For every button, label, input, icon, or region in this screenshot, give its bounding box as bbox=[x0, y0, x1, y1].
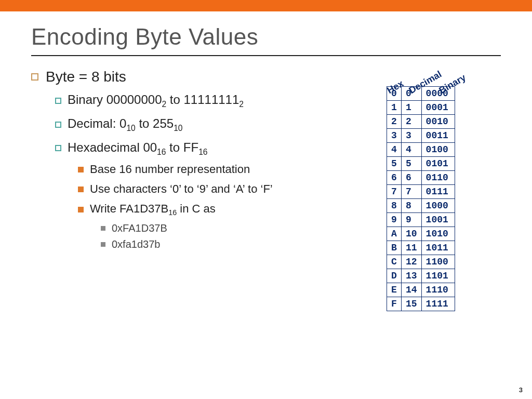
table-cell: 1 bbox=[402, 101, 422, 115]
bullet-text: Write FA1D37B16 in C as bbox=[90, 202, 216, 217]
bullet-icon bbox=[101, 242, 105, 247]
table-column: Hex Decimal Binary 000000110001220010330… bbox=[371, 69, 501, 311]
slide-title: Encoding Byte Values bbox=[31, 24, 501, 50]
bullet-column: Byte = 8 bits Binary 000000002 to 111111… bbox=[31, 69, 371, 311]
bullet-icon bbox=[101, 226, 105, 231]
bullet-text: Binary 000000002 to 111111112 bbox=[68, 92, 244, 109]
table-cell: 12 bbox=[402, 255, 422, 269]
table-cell: 7 bbox=[387, 185, 402, 199]
table-cell: 9 bbox=[387, 213, 402, 227]
table-cell: 0110 bbox=[421, 171, 455, 185]
bullet-binary: Binary 000000002 to 111111112 bbox=[55, 92, 371, 109]
table-cell: 11 bbox=[402, 241, 422, 255]
slide: Encoding Byte Values Byte = 8 bits bbox=[0, 11, 532, 399]
table-row: 220010 bbox=[387, 115, 455, 129]
table-cell: 0100 bbox=[421, 143, 455, 157]
table-cell: C bbox=[387, 255, 402, 269]
table-cell: F bbox=[387, 297, 402, 311]
hex-table: 0000001100012200103300114401005501016601… bbox=[387, 86, 455, 311]
table-row: 440100 bbox=[387, 143, 455, 157]
table-row: 770111 bbox=[387, 185, 455, 199]
table-cell: 1001 bbox=[421, 213, 455, 227]
table-row: E141110 bbox=[387, 283, 455, 297]
table-cell: 1110 bbox=[421, 283, 455, 297]
table-row: B111011 bbox=[387, 241, 455, 255]
table-cell: 0101 bbox=[421, 157, 455, 171]
table-cell: B bbox=[387, 241, 402, 255]
table-cell: 3 bbox=[402, 129, 422, 143]
bullet-text: 0xfa1d37b bbox=[112, 238, 160, 250]
hex-table-wrap: Hex Decimal Binary 000000110001220010330… bbox=[387, 86, 501, 311]
table-cell: 8 bbox=[387, 199, 402, 213]
bullet-ex2: 0xfa1d37b bbox=[101, 238, 371, 250]
table-row: C121100 bbox=[387, 255, 455, 269]
bullet-byte: Byte = 8 bits bbox=[31, 69, 371, 85]
page-number: 3 bbox=[519, 386, 523, 394]
bullet-ex1: 0xFA1D37B bbox=[101, 222, 371, 234]
table-cell: 0010 bbox=[421, 115, 455, 129]
table-cell: 0111 bbox=[421, 185, 455, 199]
bullet-icon bbox=[31, 73, 38, 81]
bullet-hex: Hexadecimal 0016 to FF16 bbox=[55, 140, 371, 157]
bullet-write: Write FA1D37B16 in C as bbox=[78, 202, 371, 217]
table-cell: 1010 bbox=[421, 227, 455, 241]
table-cell: 2 bbox=[402, 115, 422, 129]
bullet-text: Use characters ‘0’ to ‘9’ and ‘A’ to ‘F’ bbox=[90, 182, 273, 196]
table-row: F151111 bbox=[387, 297, 455, 311]
table-cell: 1 bbox=[387, 101, 402, 115]
table-cell: A bbox=[387, 227, 402, 241]
table-cell: 5 bbox=[402, 157, 422, 171]
table-cell: 5 bbox=[387, 157, 402, 171]
table-cell: 14 bbox=[402, 283, 422, 297]
table-cell: 13 bbox=[402, 269, 422, 283]
table-cell: 0001 bbox=[421, 101, 455, 115]
table-cell: 1011 bbox=[421, 241, 455, 255]
bullet-icon bbox=[78, 187, 84, 192]
table-cell: 7 bbox=[402, 185, 422, 199]
bullet-icon bbox=[55, 98, 61, 104]
bullet-icon bbox=[78, 167, 84, 172]
table-cell: D bbox=[387, 269, 402, 283]
bullet-text: 0xFA1D37B bbox=[112, 222, 167, 234]
table-cell: 6 bbox=[402, 171, 422, 185]
table-cell: 10 bbox=[402, 227, 422, 241]
table-row: A101010 bbox=[387, 227, 455, 241]
table-cell: 4 bbox=[402, 143, 422, 157]
table-cell: 15 bbox=[402, 297, 422, 311]
bullet-icon bbox=[55, 145, 61, 151]
table-row: 991001 bbox=[387, 213, 455, 227]
table-cell: 3 bbox=[387, 129, 402, 143]
table-cell: 1101 bbox=[421, 269, 455, 283]
table-cell: 2 bbox=[387, 115, 402, 129]
content-row: Byte = 8 bits Binary 000000002 to 111111… bbox=[31, 69, 501, 311]
table-cell: 6 bbox=[387, 171, 402, 185]
bullet-icon bbox=[55, 122, 61, 128]
table-cell: 9 bbox=[402, 213, 422, 227]
bullet-chars: Use characters ‘0’ to ‘9’ and ‘A’ to ‘F’ bbox=[78, 182, 371, 196]
table-cell: 1111 bbox=[421, 297, 455, 311]
table-cell: 0011 bbox=[421, 129, 455, 143]
title-rule bbox=[31, 55, 501, 56]
table-row: 550101 bbox=[387, 157, 455, 171]
bullet-text: Hexadecimal 0016 to FF16 bbox=[68, 140, 207, 157]
bullet-base16: Base 16 number representation bbox=[78, 163, 371, 176]
bullet-text: Base 16 number representation bbox=[90, 163, 250, 176]
table-row: 881000 bbox=[387, 199, 455, 213]
table-cell: E bbox=[387, 283, 402, 297]
table-row: 110001 bbox=[387, 101, 455, 115]
bullet-decimal: Decimal: 010 to 25510 bbox=[55, 116, 371, 133]
table-cell: 1000 bbox=[421, 199, 455, 213]
bullet-text: Byte = 8 bits bbox=[46, 69, 126, 85]
bullet-text: Decimal: 010 to 25510 bbox=[68, 116, 183, 133]
table-row: 660110 bbox=[387, 171, 455, 185]
table-row: D131101 bbox=[387, 269, 455, 283]
table-cell: 8 bbox=[402, 199, 422, 213]
table-cell: 4 bbox=[387, 143, 402, 157]
accent-bar bbox=[0, 0, 532, 11]
table-cell: 1100 bbox=[421, 255, 455, 269]
table-row: 330011 bbox=[387, 129, 455, 143]
bullet-icon bbox=[78, 207, 84, 212]
